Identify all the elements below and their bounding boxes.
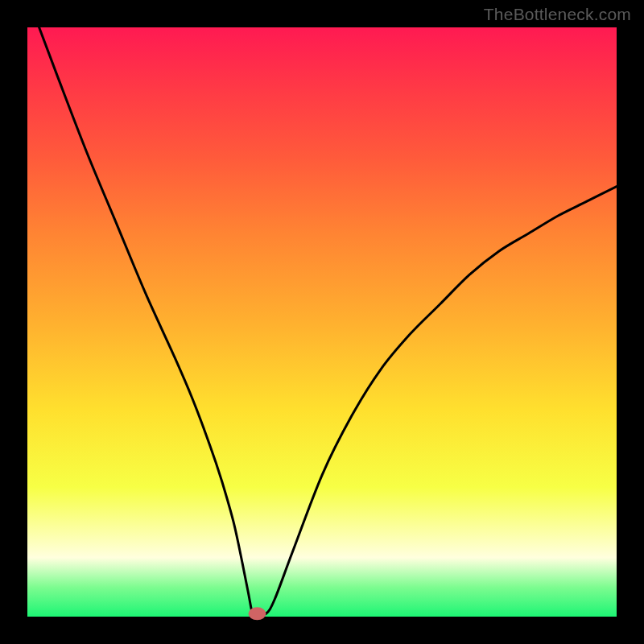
optimum-marker — [249, 607, 266, 620]
chart-frame: TheBottleneck.com — [0, 0, 644, 644]
plot-area — [27, 27, 617, 617]
watermark-text: TheBottleneck.com — [484, 5, 631, 24]
bottleneck-curve — [39, 27, 617, 615]
chart-svg — [27, 27, 617, 617]
